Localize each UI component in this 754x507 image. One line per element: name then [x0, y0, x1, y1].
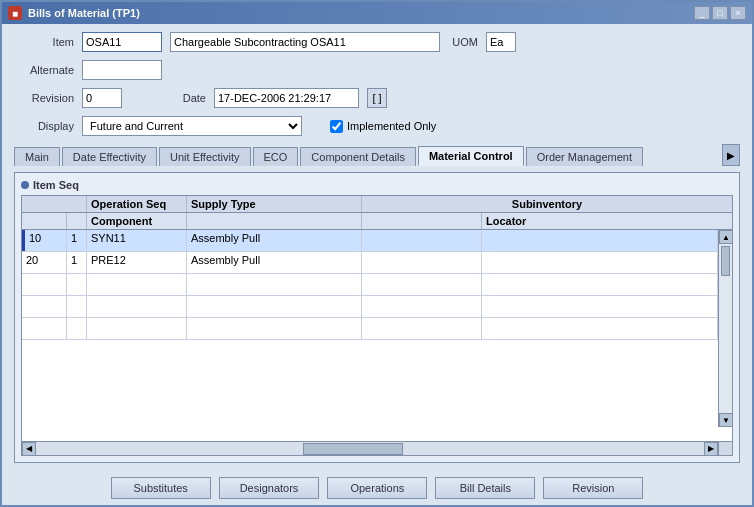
item-label: Item	[14, 36, 74, 48]
cell-item-seq-3	[22, 296, 67, 317]
cell-item-seq-1: 20	[22, 252, 67, 273]
table-row[interactable]	[22, 318, 732, 340]
cell-component-0: SYN11	[87, 230, 187, 251]
tab-order-management[interactable]: Order Management	[526, 147, 643, 166]
title-bar: ■ Bills of Material (TP1) _ □ ×	[2, 2, 752, 24]
item-input[interactable]	[82, 32, 162, 52]
item-row: Item UOM	[14, 32, 740, 52]
display-row: Display Future and Current Current Past …	[14, 116, 740, 136]
cell-supply-type-1: Assembly Pull	[187, 252, 362, 273]
maximize-btn[interactable]: □	[712, 6, 728, 20]
horizontal-scrollbar: ◀ ▶	[22, 441, 732, 455]
supply-type-group-header: Supply Type	[187, 196, 362, 212]
alternate-label: Alternate	[14, 64, 74, 76]
cell-supply-type-2	[187, 274, 362, 295]
panel-title-text: Item Seq	[33, 179, 79, 191]
bottom-buttons: Substitutes Designators Operations Bill …	[2, 471, 752, 505]
cell-subinventory-4	[362, 318, 482, 339]
scroll-down-btn[interactable]: ▼	[719, 413, 732, 427]
date-input[interactable]	[214, 88, 359, 108]
cell-component-3	[87, 296, 187, 317]
table-row[interactable]: 10 1 SYN11 Assembly Pull	[22, 230, 732, 252]
cell-component-2	[87, 274, 187, 295]
revision-input[interactable]	[82, 88, 122, 108]
component-col-header: Component	[87, 213, 187, 229]
revision-label: Revision	[14, 92, 74, 104]
cell-op-seq-2	[67, 274, 87, 295]
cell-component-1: PRE12	[87, 252, 187, 273]
date-picker-btn[interactable]: [ ]	[367, 88, 387, 108]
scroll-placeholder	[718, 213, 732, 229]
tab-eco[interactable]: ECO	[253, 147, 299, 166]
cell-op-seq-3	[67, 296, 87, 317]
display-select[interactable]: Future and Current Current Past Implemen…	[82, 116, 302, 136]
app-icon: ■	[8, 6, 22, 20]
cell-op-seq-1: 1	[67, 252, 87, 273]
scroll-left-btn[interactable]: ◀	[22, 442, 36, 456]
cell-item-seq-2	[22, 274, 67, 295]
cell-op-seq-0: 1	[67, 230, 87, 251]
tabs-next-btn[interactable]: ▶	[722, 144, 740, 166]
table-row[interactable]	[22, 274, 732, 296]
implemented-only-checkbox[interactable]	[330, 120, 343, 133]
tab-date-effectivity[interactable]: Date Effectivity	[62, 147, 157, 166]
minimize-btn[interactable]: _	[694, 6, 710, 20]
cell-item-seq-4	[22, 318, 67, 339]
scroll-track-h	[36, 442, 704, 456]
cell-subinventory-0	[362, 230, 482, 251]
window-controls: _ □ ×	[694, 6, 746, 20]
cell-locator-3	[482, 296, 718, 317]
tab-material-control[interactable]: Material Control	[418, 146, 524, 166]
op-seq-group-header: Operation Seq	[87, 196, 187, 212]
substitutes-button[interactable]: Substitutes	[111, 477, 211, 499]
material-control-panel: Item Seq Operation Seq Supply Type Subin…	[14, 172, 740, 463]
tab-main[interactable]: Main	[14, 147, 60, 166]
item-seq-col-header	[22, 213, 67, 229]
table-row[interactable]: 20 1 PRE12 Assembly Pull	[22, 252, 732, 274]
scroll-track-v	[719, 244, 732, 413]
designators-button[interactable]: Designators	[219, 477, 320, 499]
tabs-container: Main Date Effectivity Unit Effectivity E…	[14, 144, 740, 166]
subinventory-group-header: Subinventory	[362, 196, 732, 212]
table-row[interactable]	[22, 296, 732, 318]
tab-component-details[interactable]: Component Details	[300, 147, 416, 166]
implemented-only-label: Implemented Only	[330, 120, 436, 133]
window-title: Bills of Material (TP1)	[28, 7, 140, 19]
form-content: Item UOM Alternate Revision Date [ ] Dis…	[2, 24, 752, 471]
scroll-corner	[718, 442, 732, 456]
locator-col-header: Locator	[482, 213, 718, 229]
panel-indicator	[21, 181, 29, 189]
alternate-row: Alternate	[14, 60, 740, 80]
revision-button[interactable]: Revision	[543, 477, 643, 499]
vertical-scrollbar: ▲ ▼	[718, 230, 732, 427]
cell-locator-4	[482, 318, 718, 339]
scroll-up-btn[interactable]: ▲	[719, 230, 732, 244]
cell-component-4	[87, 318, 187, 339]
data-grid: Operation Seq Supply Type Subinventory C…	[21, 195, 733, 456]
op-sub-header	[67, 213, 87, 229]
uom-label: UOM	[448, 36, 478, 48]
scroll-right-btn[interactable]: ▶	[704, 442, 718, 456]
item-desc-input[interactable]	[170, 32, 440, 52]
scroll-thumb-v[interactable]	[721, 246, 730, 276]
subinventory-col-header	[362, 213, 482, 229]
panel-title-row: Item Seq	[21, 179, 733, 191]
bill-details-button[interactable]: Bill Details	[435, 477, 535, 499]
supply-type-col-header	[187, 213, 362, 229]
operations-button[interactable]: Operations	[327, 477, 427, 499]
main-window: ■ Bills of Material (TP1) _ □ × Item UOM…	[0, 0, 754, 507]
alternate-input[interactable]	[82, 60, 162, 80]
cell-subinventory-1	[362, 252, 482, 273]
cell-op-seq-4	[67, 318, 87, 339]
scroll-thumb-h[interactable]	[303, 443, 403, 455]
tab-unit-effectivity[interactable]: Unit Effectivity	[159, 147, 251, 166]
close-btn[interactable]: ×	[730, 6, 746, 20]
cell-locator-1	[482, 252, 718, 273]
cell-item-seq-0: 10	[22, 230, 67, 251]
cell-subinventory-2	[362, 274, 482, 295]
uom-input[interactable]	[486, 32, 516, 52]
revision-date-row: Revision Date [ ]	[14, 88, 740, 108]
spacer-header	[22, 196, 87, 212]
cell-supply-type-3	[187, 296, 362, 317]
cell-locator-0	[482, 230, 718, 251]
